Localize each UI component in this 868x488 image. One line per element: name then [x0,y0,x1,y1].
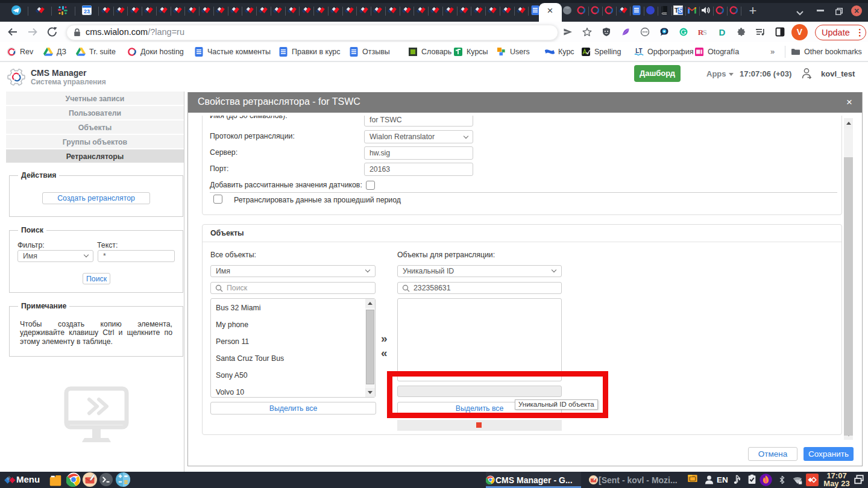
svg-text:LT: LT [635,48,642,54]
svg-text:23: 23 [84,8,90,14]
svg-text:S: S [702,28,706,37]
svg-text:S: S [678,7,682,14]
svg-text:D: D [719,27,726,37]
